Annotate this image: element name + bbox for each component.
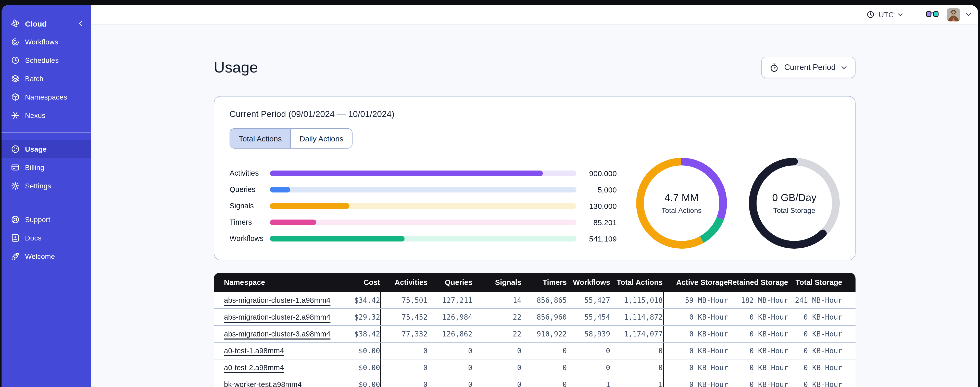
- period-dropdown-button[interactable]: Current Period: [761, 57, 856, 78]
- tab-daily-actions[interactable]: Daily Actions: [291, 129, 352, 148]
- cell-value: 0 KB-Hour: [788, 326, 842, 342]
- cell-value: 1,115,018: [610, 292, 663, 309]
- cell-value: 0: [428, 376, 473, 387]
- bar-value: 85,201: [582, 218, 617, 226]
- namespace-link[interactable]: a0-test-1.a98mm4: [224, 347, 284, 355]
- cell-value: 0 KB-Hour: [663, 342, 728, 359]
- account-menu-chevron-icon[interactable]: [965, 11, 972, 18]
- bar-label: Queries: [229, 186, 264, 194]
- actions-tabs: Total ActionsDaily Actions: [229, 128, 353, 149]
- bar-value: 541,109: [582, 234, 617, 243]
- layers-icon: [11, 74, 20, 83]
- sidebar-item-nexus[interactable]: Nexus: [2, 106, 91, 125]
- cell-namespace: abs-migration-cluster-1.a98mm4: [214, 292, 344, 309]
- sidebar-item-settings[interactable]: Settings: [2, 177, 91, 195]
- cell-value: 58,939: [567, 326, 610, 342]
- cell-namespace: a0-test-2.a98mm4: [214, 360, 344, 376]
- cell-value: 14: [473, 292, 521, 309]
- sidebar-item-workflows[interactable]: Workflows: [2, 33, 91, 51]
- usage-chart: Activities900,000Queries5,000Signals130,…: [229, 157, 840, 249]
- sidebar: Cloud Workflows Schedules: [2, 5, 91, 387]
- cell-value: $29.32: [344, 309, 380, 325]
- column-header-namespace: Namespace: [214, 273, 344, 292]
- bar-value: 5,000: [582, 185, 617, 194]
- top-bar: UTC: [91, 5, 978, 24]
- table-header-row: NamespaceCostActivitiesQueriesSignalsTim…: [214, 273, 856, 292]
- cell-value: $0.00: [344, 342, 380, 359]
- sidebar-item-batch[interactable]: Batch: [2, 69, 91, 88]
- app-window: Cloud Workflows Schedules: [2, 5, 978, 387]
- tab-total-actions[interactable]: Total Actions: [230, 129, 291, 148]
- cell-value: 0: [521, 360, 567, 376]
- sidebar-item-usage[interactable]: Usage: [2, 140, 91, 158]
- namespace-link[interactable]: a0-test-2.a98mm4: [224, 363, 284, 372]
- namespace-link[interactable]: bk-worker-test.a98mm4: [224, 381, 302, 387]
- sidebar-item-docs[interactable]: Docs: [2, 229, 91, 247]
- temporal-cloud-logo-icon: [11, 19, 20, 28]
- column-header-activities: Activities: [380, 273, 428, 292]
- cell-value: 0: [521, 342, 567, 359]
- page-header: Usage Current Period: [214, 56, 856, 78]
- cell-namespace: abs-migration-cluster-3.a98mm4: [214, 326, 344, 342]
- cell-value: 0: [428, 360, 473, 376]
- usage-meter-icon: [11, 144, 20, 154]
- bar-fill: [270, 170, 543, 176]
- screen: Cloud Workflows Schedules: [0, 0, 980, 387]
- total-actions-donut: 4.7 MM Total Actions: [636, 158, 727, 249]
- sidebar-item-schedules[interactable]: Schedules: [2, 51, 91, 69]
- book-icon: [11, 233, 20, 243]
- bar-fill: [270, 187, 290, 192]
- sidebar-item-billing[interactable]: Billing: [2, 158, 91, 177]
- cell-value: 0: [380, 376, 428, 387]
- clock-icon: [11, 56, 20, 65]
- namespace-link[interactable]: abs-migration-cluster-3.a98mm4: [224, 330, 330, 338]
- bar-track: [270, 219, 576, 225]
- cell-value: 22: [473, 309, 521, 325]
- table-row: bk-worker-test.a98mm4$0.000000110 KB-Hou…: [214, 376, 856, 387]
- column-header-workflows: Workflows: [567, 273, 610, 292]
- donut-label: Total Storage: [773, 206, 816, 214]
- cell-value: $34.42: [344, 292, 380, 309]
- collapse-sidebar-icon[interactable]: [77, 20, 84, 27]
- column-header-queries: Queries: [428, 273, 473, 292]
- cell-value: 910,922: [521, 326, 567, 342]
- workflows-icon: [11, 37, 20, 46]
- cell-value: 127,211: [428, 292, 473, 309]
- cell-value: 1: [610, 376, 663, 387]
- brand-label: Cloud: [25, 19, 77, 28]
- cell-value: 0: [473, 342, 521, 359]
- cell-value: 0 KB-Hour: [663, 376, 728, 387]
- column-header-signals: Signals: [473, 273, 521, 292]
- box-icon: [11, 93, 20, 102]
- cell-value: 0 KB-Hour: [788, 342, 842, 359]
- cell-value: 75,501: [380, 292, 428, 309]
- namespace-link[interactable]: abs-migration-cluster-2.a98mm4: [224, 313, 330, 321]
- donut-value: 4.7 MM: [665, 192, 698, 204]
- cell-value: 55,454: [567, 309, 610, 325]
- bar-label: Activities: [229, 169, 264, 177]
- timezone-selector[interactable]: UTC: [866, 10, 904, 19]
- sidebar-item-support[interactable]: Support: [2, 210, 91, 229]
- lifebuoy-icon: [11, 215, 20, 224]
- sidebar-item-welcome[interactable]: Welcome: [2, 247, 91, 265]
- cell-value: 0: [473, 376, 521, 387]
- column-header-timers: Timers: [521, 273, 567, 292]
- bar-track: [270, 236, 576, 241]
- cell-value: $38.42: [344, 326, 380, 342]
- cell-value: 0 KB-Hour: [788, 376, 842, 387]
- bar-fill: [270, 219, 316, 225]
- cell-value: 0 KB-Hour: [728, 342, 788, 359]
- chevron-down-icon: [897, 11, 904, 18]
- avatar[interactable]: [947, 8, 960, 21]
- bar-track: [270, 187, 576, 192]
- namespace-usage-table: NamespaceCostActivitiesQueriesSignalsTim…: [214, 273, 856, 387]
- glasses-icon[interactable]: [926, 10, 939, 20]
- cell-value: 0: [610, 360, 663, 376]
- current-period-panel: Current Period (09/01/2024 — 10/01/2024)…: [214, 96, 856, 261]
- cell-value: $0.00: [344, 376, 380, 387]
- table-row: a0-test-1.a98mm4$0.000000000 KB-Hour0 KB…: [214, 342, 856, 359]
- namespace-link[interactable]: abs-migration-cluster-1.a98mm4: [224, 296, 330, 304]
- column-header-active-storage: Active Storage: [663, 273, 728, 292]
- sidebar-divider: [2, 132, 91, 133]
- sidebar-item-namespaces[interactable]: Namespaces: [2, 88, 91, 106]
